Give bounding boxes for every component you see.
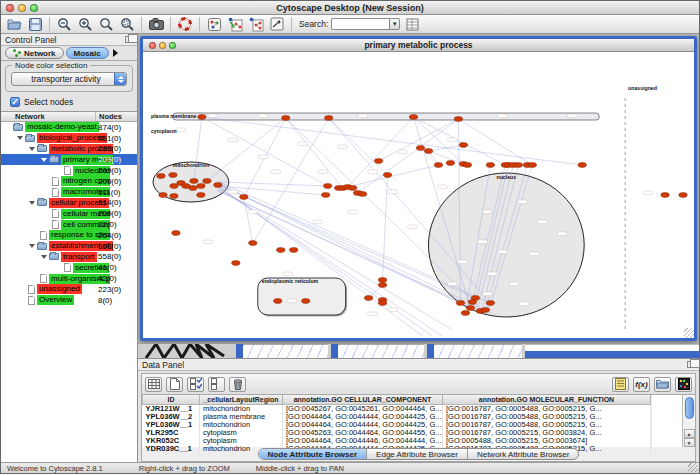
tree-row[interactable]: primary metabo209(0) [1,154,137,165]
network-node[interactable] [461,311,469,316]
scroll-up-icon[interactable]: ▲ [684,429,695,438]
float-panel-icon[interactable] [125,36,133,43]
node-label-chip[interactable] [258,155,268,159]
import-attributes-icon[interactable] [654,377,671,392]
node-label-chip[interactable] [208,114,218,118]
network-node[interactable] [157,174,165,179]
table-cell[interactable]: cytoplasm [200,437,283,445]
network-node[interactable] [416,146,424,151]
table-row[interactable]: YLR295Ccytoplasm[GO:0045263, GO:0044464,… [143,429,651,437]
network-node[interactable] [378,278,386,283]
network-node[interactable] [170,184,178,189]
tree-row[interactable]: establishment of lo558(0) [1,241,137,252]
search-input[interactable] [331,18,389,30]
node-label-chip[interactable] [497,114,507,118]
network-node[interactable] [198,115,206,120]
table-cell[interactable]: cytoplasm [200,429,283,437]
tree-row[interactable]: cellular metabol209(0) [1,208,137,219]
background-window-edge[interactable] [427,344,434,358]
table-scrollbar[interactable]: ▲ ▼ [682,395,695,447]
tree-row[interactable]: secretion41(0) [1,262,137,273]
tab-mosaic[interactable]: Mosaic [66,47,109,59]
node-label-chip[interactable] [519,302,529,306]
node-label-chip[interactable] [271,170,281,174]
tree-row[interactable]: cellular process614(0) [1,198,137,209]
browser-tab-node[interactable]: Node Attribute Browser [259,449,367,459]
table-row[interactable]: YJR121W__1mitochondrion[GO:0045267, GO:0… [143,404,651,413]
tab-network[interactable]: Network [5,47,64,59]
tree-row[interactable]: metabolic process280(0) [1,144,137,155]
node-label-chip[interactable] [477,240,487,244]
expand-arrow-icon[interactable] [29,147,35,151]
network-node[interactable] [383,173,391,178]
table-cell[interactable]: plasma membrane [200,413,283,421]
scroll-down-icon[interactable]: ▼ [684,438,695,447]
import-network-url-icon[interactable] [247,16,265,32]
table-cell[interactable]: [GO:0016787, GO:0005488, GO:0005215, G..… [443,413,651,421]
attribute-matrix-icon[interactable] [675,377,692,392]
tree-column-network[interactable]: Network [1,112,96,121]
network-edge[interactable] [244,197,253,243]
tree-row[interactable]: Overview8(0) [1,295,137,306]
network-node[interactable] [456,301,464,306]
tree-row[interactable]: transport558(0) [1,252,137,263]
network-node[interactable] [446,161,454,166]
node-label-chip[interactable] [368,170,378,174]
float-data-panel-icon[interactable] [687,361,695,368]
save-session-icon[interactable] [26,16,44,32]
node-label-chip[interactable] [643,191,653,195]
unselect-attributes-icon[interactable] [208,377,225,392]
node-label-chip[interactable] [482,292,492,296]
snapshot-camera-icon[interactable] [147,16,165,32]
table-row[interactable]: YKR052Ccytoplasm[GO:0044464, GO:0044446,… [143,437,651,445]
network-node[interactable] [197,193,205,198]
network-edge[interactable] [383,175,388,280]
node-label-chip[interactable] [298,142,308,146]
node-label-chip[interactable] [228,138,238,142]
table-cell[interactable]: [GO:0016787, GO:0005488, GO:0005215, G..… [443,404,651,413]
window-resize-grip[interactable] [688,463,698,472]
zoom-fit-icon[interactable] [97,16,115,32]
network-node[interactable] [290,248,298,253]
browser-tab-network[interactable]: Network Attribute Browser [467,449,578,459]
node-label-chip[interactable] [388,190,398,194]
network-node[interactable] [274,299,282,304]
table-cell[interactable]: YJR121W__1 [143,404,200,413]
node-label-chip[interactable] [537,220,547,224]
network-node[interactable] [514,163,522,168]
network-node[interactable] [321,193,329,198]
node-label-chip[interactable] [358,114,368,118]
network-canvas[interactable]: plasma membranecytoplasmmitochondrionnuc… [143,52,694,338]
network-node[interactable] [424,149,432,154]
network-node[interactable] [172,231,180,236]
node-label-chip[interactable] [517,200,527,204]
node-label-chip[interactable] [457,260,467,264]
network-node[interactable] [277,248,285,253]
node-label-chip[interactable] [176,128,186,132]
node-label-chip[interactable] [557,232,567,236]
frame-resize-grip[interactable] [684,328,694,338]
network-node[interactable] [249,241,257,246]
table-cell[interactable]: mitochondrion [200,421,283,429]
network-node[interactable] [282,116,290,121]
window-titlebar[interactable]: Cytoscape Desktop (New Session) [1,1,699,15]
node-color-dropdown[interactable]: transporter activity [11,72,127,86]
network-node[interactable] [364,296,372,301]
table-cell[interactable]: [GO:0016787, GO:0005488, GO:0005215, G..… [443,421,651,429]
network-node[interactable] [466,306,474,311]
network-node[interactable] [463,163,471,168]
table-row[interactable]: YPL036W__1mitochondrion[GO:0044464, GO:0… [143,421,651,429]
network-node[interactable] [214,183,222,188]
network-edge[interactable] [358,119,459,193]
node-label-chip[interactable] [348,210,358,214]
node-label-chip[interactable] [368,312,378,316]
network-node[interactable] [434,163,442,168]
node-label-chip[interactable] [567,114,577,118]
network-edge[interactable] [379,119,459,161]
network-node[interactable] [374,159,382,164]
network-edge[interactable] [201,118,286,186]
node-label-chip[interactable] [388,308,398,312]
scrollbar-thumb[interactable] [685,397,694,419]
new-attribute-icon[interactable] [166,377,183,392]
network-node[interactable] [481,308,489,313]
